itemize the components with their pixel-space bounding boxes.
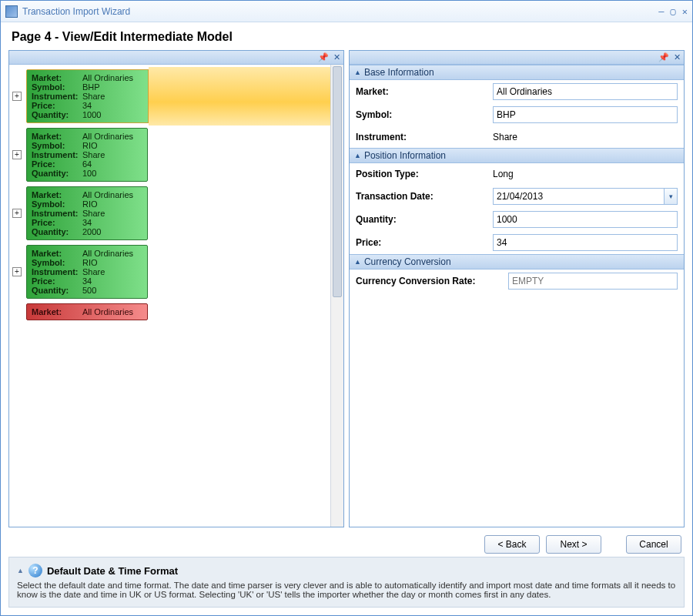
cards-panel: 📌 ✕ +Market:All OrdinariesSymbol:BHPInst… xyxy=(8,50,344,527)
input-quantity[interactable] xyxy=(493,211,678,228)
input-symbol[interactable] xyxy=(493,106,678,123)
transaction-card[interactable]: Market:All OrdinariesSymbol:RIOInstrumen… xyxy=(26,245,148,299)
group-base-information[interactable]: ▲ Base Information xyxy=(350,65,684,80)
titlebar: Transaction Import Wizard — ▢ ✕ xyxy=(1,1,692,22)
group-position-information[interactable]: ▲ Position Information xyxy=(350,148,684,163)
card-row: +Market:All OrdinariesSymbol:RIOInstrume… xyxy=(12,186,327,240)
window-title: Transaction Import Wizard xyxy=(22,6,658,17)
chevron-up-icon: ▲ xyxy=(354,152,361,159)
card-row: +Market:All OrdinariesSymbol:BHPInstrume… xyxy=(12,69,327,123)
help-title: Default Date & Time Format xyxy=(47,565,178,577)
label-symbol: Symbol: xyxy=(356,109,487,120)
value-position-type: Long xyxy=(493,166,678,182)
property-panel: 📌 ✕ ▲ Base Information Market: Symbol: xyxy=(349,50,685,527)
label-currency-conversion-rate: Currency Conversion Rate: xyxy=(356,276,502,286)
transaction-card[interactable]: Market:All OrdinariesSymbol:BHPInstrumen… xyxy=(26,69,327,123)
label-market: Market: xyxy=(356,86,487,97)
close-button[interactable]: ✕ xyxy=(682,6,688,17)
date-dropdown-button[interactable]: ▾ xyxy=(664,188,678,205)
close-icon[interactable]: ✕ xyxy=(333,53,340,62)
pin-icon[interactable]: 📌 xyxy=(318,53,329,62)
input-currency-conversion-rate[interactable] xyxy=(508,273,678,290)
expand-button[interactable]: + xyxy=(12,267,22,276)
transaction-card[interactable]: Market:All OrdinariesSymbol:RIOInstrumen… xyxy=(26,186,148,240)
selection-highlight xyxy=(149,67,330,126)
close-icon[interactable]: ✕ xyxy=(674,53,681,62)
next-button[interactable]: Next > xyxy=(546,535,601,554)
help-icon: ? xyxy=(28,564,42,578)
label-instrument: Instrument: xyxy=(356,132,487,142)
card-row: +Market:All OrdinariesSymbol:RIOInstrume… xyxy=(12,245,327,299)
help-body: Select the default date and time format.… xyxy=(17,581,676,599)
label-quantity: Quantity: xyxy=(356,214,487,225)
expand-button[interactable]: + xyxy=(12,150,22,159)
card-row: +Market:All OrdinariesSymbol:RIOInstrume… xyxy=(12,128,327,182)
back-button[interactable]: < Back xyxy=(484,535,540,554)
transaction-card[interactable]: Market:All Ordinaries xyxy=(26,303,148,320)
card-scrollbar[interactable] xyxy=(330,65,343,527)
cancel-button[interactable]: Cancel xyxy=(626,535,681,554)
chevron-up-icon: ▲ xyxy=(354,258,361,266)
chevron-up-icon[interactable]: ▲ xyxy=(17,567,24,574)
label-price: Price: xyxy=(356,237,487,248)
group-label: Currency Conversion xyxy=(364,256,451,267)
chevron-up-icon: ▲ xyxy=(354,69,361,76)
label-transaction-date: Transaction Date: xyxy=(356,191,487,202)
card-list: +Market:All OrdinariesSymbol:BHPInstrume… xyxy=(9,65,330,527)
input-transaction-date[interactable] xyxy=(493,188,664,205)
transaction-card[interactable]: Market:All OrdinariesSymbol:RIOInstrumen… xyxy=(26,128,148,182)
help-panel: ▲ ? Default Date & Time Format Select th… xyxy=(8,557,685,608)
input-price[interactable] xyxy=(493,234,678,251)
label-position-type: Position Type: xyxy=(356,169,487,179)
page-title: Page 4 - View/Edit Intermediate Model xyxy=(8,22,685,50)
expand-button[interactable]: + xyxy=(12,92,22,101)
group-currency-conversion[interactable]: ▲ Currency Conversion xyxy=(350,254,684,270)
minimize-button[interactable]: — xyxy=(658,6,664,17)
input-market[interactable] xyxy=(493,83,678,100)
scrollbar-thumb[interactable] xyxy=(333,66,342,297)
expand-button[interactable]: + xyxy=(12,209,22,218)
maximize-button[interactable]: ▢ xyxy=(671,6,676,17)
group-label: Position Information xyxy=(364,150,446,161)
value-instrument: Share xyxy=(493,129,678,145)
pin-icon[interactable]: 📌 xyxy=(658,53,669,62)
card-row: +Market:All Ordinaries xyxy=(12,303,327,320)
app-icon xyxy=(5,5,18,18)
group-label: Base Information xyxy=(364,67,434,78)
